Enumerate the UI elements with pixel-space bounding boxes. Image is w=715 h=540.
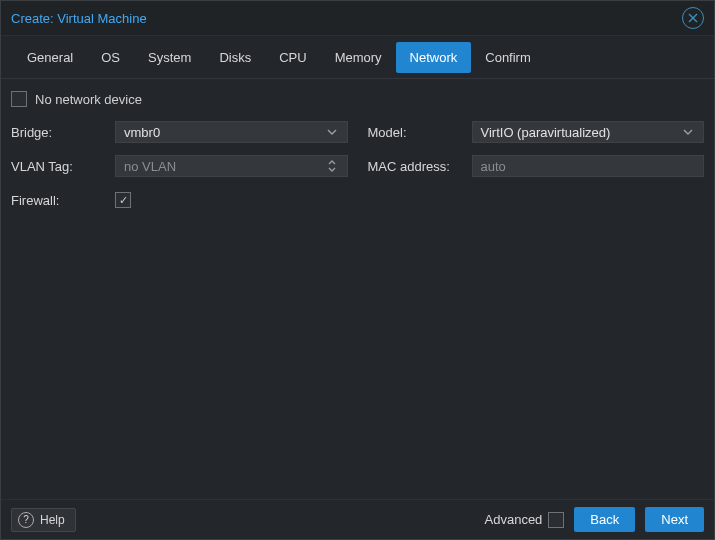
help-label: Help — [40, 513, 65, 527]
advanced-checkbox[interactable] — [548, 512, 564, 528]
chevron-down-icon — [681, 129, 695, 135]
tab-os[interactable]: OS — [87, 42, 134, 73]
model-label: Model: — [368, 125, 472, 140]
firewall-row: Firewall: — [11, 187, 348, 213]
right-column: Model: VirtIO (paravirtualized) MAC addr… — [368, 119, 705, 213]
tab-memory[interactable]: Memory — [321, 42, 396, 73]
no-network-label: No network device — [35, 92, 142, 107]
mac-placeholder: auto — [481, 159, 696, 174]
mac-row: MAC address: auto — [368, 153, 705, 179]
model-row: Model: VirtIO (paravirtualized) — [368, 119, 705, 145]
vlan-row: VLAN Tag: no VLAN — [11, 153, 348, 179]
advanced-label: Advanced — [485, 512, 543, 527]
spinner-icon — [325, 160, 339, 172]
no-network-checkbox[interactable] — [11, 91, 27, 107]
form-columns: Bridge: vmbr0 VLAN Tag: no VLAN — [11, 119, 704, 213]
close-icon — [688, 13, 698, 23]
vlan-placeholder: no VLAN — [124, 159, 325, 174]
left-column: Bridge: vmbr0 VLAN Tag: no VLAN — [11, 119, 348, 213]
help-button[interactable]: ? Help — [11, 508, 76, 532]
chevron-down-icon — [325, 129, 339, 135]
wizard-tabs: General OS System Disks CPU Memory Netwo… — [1, 36, 714, 79]
advanced-toggle: Advanced — [485, 512, 565, 528]
close-button[interactable] — [682, 7, 704, 29]
bridge-row: Bridge: vmbr0 — [11, 119, 348, 145]
tab-confirm[interactable]: Confirm — [471, 42, 545, 73]
tab-general[interactable]: General — [13, 42, 87, 73]
model-select[interactable]: VirtIO (paravirtualized) — [472, 121, 705, 143]
vlan-label: VLAN Tag: — [11, 159, 115, 174]
tab-system[interactable]: System — [134, 42, 205, 73]
back-button[interactable]: Back — [574, 507, 635, 532]
help-icon: ? — [18, 512, 34, 528]
title-bar: Create: Virtual Machine — [1, 1, 714, 36]
bridge-select[interactable]: vmbr0 — [115, 121, 348, 143]
bridge-value: vmbr0 — [124, 125, 325, 140]
tab-cpu[interactable]: CPU — [265, 42, 320, 73]
tab-network[interactable]: Network — [396, 42, 472, 73]
bridge-label: Bridge: — [11, 125, 115, 140]
mac-label: MAC address: — [368, 159, 472, 174]
vlan-input[interactable]: no VLAN — [115, 155, 348, 177]
firewall-label: Firewall: — [11, 193, 115, 208]
window-title: Create: Virtual Machine — [11, 11, 147, 26]
footer: ? Help Advanced Back Next — [1, 499, 714, 539]
footer-right: Advanced Back Next — [485, 507, 704, 532]
form-body: No network device Bridge: vmbr0 VLAN Tag… — [1, 79, 714, 499]
create-vm-dialog: Create: Virtual Machine General OS Syste… — [0, 0, 715, 540]
model-value: VirtIO (paravirtualized) — [481, 125, 682, 140]
next-button[interactable]: Next — [645, 507, 704, 532]
firewall-checkbox[interactable] — [115, 192, 131, 208]
mac-input[interactable]: auto — [472, 155, 705, 177]
tab-disks[interactable]: Disks — [205, 42, 265, 73]
no-network-row: No network device — [11, 89, 704, 111]
